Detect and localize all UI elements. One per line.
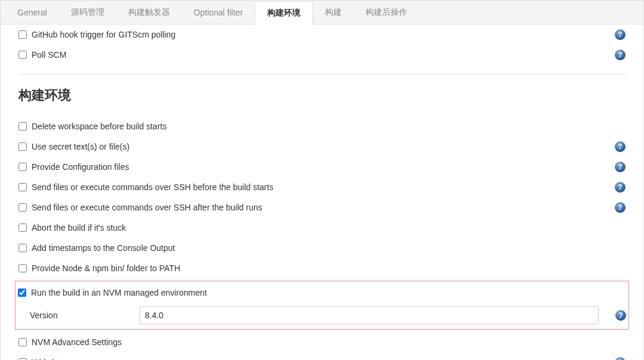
section-divider — [18, 74, 626, 75]
help-icon[interactable]: ? — [615, 49, 626, 60]
env-config-files-row: Provide Configuration files ? — [18, 157, 626, 177]
config-tabs: General 源码管理 构建触发器 Optional filter 构建环境 … — [1, 1, 643, 24]
env-node-path-row: Provide Node & npm bin/ folder to PATH — [18, 258, 626, 278]
section-title-build-env: 构建环境 — [18, 86, 626, 104]
env-abort-checkbox[interactable] — [18, 224, 27, 232]
help-icon[interactable]: ? — [615, 357, 626, 360]
env-delete-workspace-label: Delete workspace before build starts — [32, 122, 166, 131]
help-icon[interactable]: ? — [615, 162, 626, 172]
env-secret-row: Use secret text(s) or file(s) ? — [18, 136, 626, 157]
env-with-ant-label: With Ant — [32, 358, 63, 360]
tab-build[interactable]: 构建 — [313, 1, 354, 24]
help-icon[interactable]: ? — [615, 310, 626, 321]
env-nvm-advanced-checkbox[interactable] — [18, 338, 27, 346]
help-icon[interactable]: ? — [615, 202, 626, 213]
env-with-ant-row: With Ant ? — [18, 352, 626, 360]
env-timestamps-row: Add timestamps to the Console Output — [18, 238, 626, 258]
env-abort-label: Abort the build if it's stuck — [32, 223, 126, 232]
help-icon[interactable]: ? — [615, 182, 626, 193]
env-nvm-row: Run the build in an NVM managed environm… — [18, 283, 626, 303]
env-node-path-checkbox[interactable] — [18, 264, 27, 272]
env-ssh-before-label: Send files or execute commands over SSH … — [32, 182, 273, 192]
env-abort-row: Abort the build if it's stuck — [18, 218, 626, 238]
env-delete-workspace-checkbox[interactable] — [18, 122, 27, 131]
env-timestamps-checkbox[interactable] — [18, 244, 27, 252]
env-nvm-checkbox[interactable] — [18, 288, 26, 297]
trigger-poll-scm-label: Poll SCM — [32, 50, 66, 60]
trigger-github-hook-checkbox[interactable] — [18, 30, 27, 39]
trigger-github-hook-row: GitHub hook trigger for GITScm polling ? — [18, 24, 626, 45]
env-nvm-advanced-label: NVM Advanced Settings — [32, 337, 122, 347]
env-delete-workspace-row: Delete workspace before build starts — [18, 116, 626, 136]
help-icon[interactable]: ? — [615, 141, 626, 152]
tab-build-env[interactable]: 构建环境 — [255, 1, 313, 24]
env-ssh-after-row: Send files or execute commands over SSH … — [18, 197, 626, 218]
trigger-poll-scm-row: Poll SCM ? — [18, 45, 626, 65]
env-secret-label: Use secret text(s) or file(s) — [32, 142, 129, 151]
nvm-version-label: Version — [30, 311, 131, 320]
nvm-highlight-box: Run the build in an NVM managed environm… — [15, 281, 629, 330]
env-ssh-after-label: Send files or execute commands over SSH … — [32, 203, 262, 212]
tab-optional-filter[interactable]: Optional filter — [182, 1, 255, 24]
env-nvm-advanced-row: NVM Advanced Settings — [18, 332, 626, 352]
env-node-path-label: Provide Node & npm bin/ folder to PATH — [32, 263, 180, 273]
trigger-github-hook-label: GitHub hook trigger for GITScm polling — [32, 30, 175, 39]
trigger-poll-scm-checkbox[interactable] — [18, 51, 27, 59]
tab-post-build[interactable]: 构建后操作 — [354, 1, 419, 24]
env-config-files-label: Provide Configuration files — [32, 162, 129, 172]
nvm-version-row: Version ? — [18, 303, 626, 325]
env-timestamps-label: Add timestamps to the Console Output — [32, 243, 175, 253]
env-config-files-checkbox[interactable] — [18, 163, 27, 171]
env-ssh-after-checkbox[interactable] — [18, 203, 27, 212]
help-icon[interactable]: ? — [615, 29, 626, 40]
tab-scm[interactable]: 源码管理 — [59, 1, 116, 24]
env-ssh-before-row: Send files or execute commands over SSH … — [18, 177, 626, 197]
env-secret-checkbox[interactable] — [18, 142, 27, 151]
tab-triggers[interactable]: 构建触发器 — [116, 1, 182, 24]
tab-general[interactable]: General — [5, 1, 59, 24]
nvm-version-input[interactable] — [140, 306, 599, 324]
env-ssh-before-checkbox[interactable] — [18, 183, 27, 191]
env-nvm-label: Run the build in an NVM managed environm… — [31, 288, 207, 297]
